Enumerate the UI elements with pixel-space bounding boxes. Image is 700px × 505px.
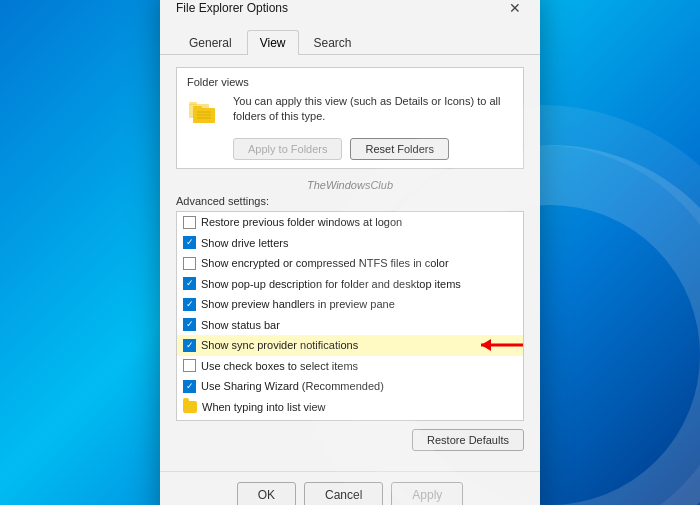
tab-view[interactable]: View [247,30,299,55]
label-use-check: Use check boxes to select items [201,358,358,375]
label-use-sharing: Use Sharing Wizard (Recommended) [201,378,384,395]
setting-use-sharing[interactable]: Use Sharing Wizard (Recommended) [177,376,523,397]
restore-defaults-row: Restore Defaults [176,429,524,451]
setting-use-check[interactable]: Use check boxes to select items [177,356,523,377]
label-show-encrypted: Show encrypted or compressed NTFS files … [201,255,449,272]
label-show-status: Show status bar [201,317,280,334]
label-show-sync: Show sync provider notifications [201,337,358,354]
checkbox-use-sharing[interactable] [183,380,196,393]
folder-views-body: You can apply this view (such as Details… [187,94,513,130]
svg-rect-1 [189,102,197,105]
restore-defaults-button[interactable]: Restore Defaults [412,429,524,451]
checkbox-show-popup[interactable] [183,277,196,290]
setting-show-drive[interactable]: Show drive letters [177,233,523,254]
close-button[interactable]: ✕ [502,0,528,21]
folder-views-buttons: Apply to Folders Reset Folders [233,138,513,160]
label-auto-search: Automatically type into the Search Box [217,419,405,421]
folder-views-description: You can apply this view (such as Details… [233,94,513,125]
red-arrow-icon [476,334,524,356]
checkbox-show-sync[interactable] [183,339,196,352]
setting-show-sync[interactable]: Show sync provider notifications [177,335,523,356]
dialog-title: File Explorer Options [176,1,288,15]
advanced-settings-label: Advanced settings: [176,195,524,207]
checkbox-show-drive[interactable] [183,236,196,249]
ok-button[interactable]: OK [237,482,296,505]
setting-show-encrypted[interactable]: Show encrypted or compressed NTFS files … [177,253,523,274]
folder-views-section: Folder views Yo [176,67,524,169]
label-when-typing: When typing into list view [202,399,326,416]
setting-when-typing: When typing into list view [177,397,523,418]
folder-icon [187,94,223,130]
tab-bar: General View Search [160,21,540,55]
dialog-content: Folder views Yo [160,55,540,471]
checkbox-show-status[interactable] [183,318,196,331]
svg-marker-8 [481,339,491,351]
setting-show-popup[interactable]: Show pop-up description for folder and d… [177,274,523,295]
svg-rect-2 [193,108,215,123]
setting-restore-prev[interactable]: Restore previous folder windows at logon [177,212,523,233]
checkbox-use-check[interactable] [183,359,196,372]
apply-button[interactable]: Apply [391,482,463,505]
folder-views-label: Folder views [187,76,513,88]
checkbox-restore-prev[interactable] [183,216,196,229]
setting-show-status[interactable]: Show status bar [177,315,523,336]
settings-list[interactable]: Restore previous folder windows at logon… [176,211,524,421]
checkbox-show-encrypted[interactable] [183,257,196,270]
setting-auto-search[interactable]: Automatically type into the Search Box [177,417,523,421]
tab-search[interactable]: Search [301,30,365,55]
watermark-text: TheWindowsClub [176,179,524,191]
label-restore-prev: Restore previous folder windows at logon [201,214,402,231]
checkbox-show-preview[interactable] [183,298,196,311]
label-show-preview: Show preview handlers in preview pane [201,296,395,313]
reset-folders-button[interactable]: Reset Folders [350,138,448,160]
apply-to-folders-button[interactable]: Apply to Folders [233,138,342,160]
label-show-drive: Show drive letters [201,235,288,252]
setting-show-preview[interactable]: Show preview handlers in preview pane [177,294,523,315]
dialog-footer: OK Cancel Apply [160,471,540,505]
cancel-button[interactable]: Cancel [304,482,383,505]
label-show-popup: Show pop-up description for folder and d… [201,276,461,293]
tab-general[interactable]: General [176,30,245,55]
file-explorer-options-dialog: File Explorer Options ✕ General View Sea… [160,0,540,505]
title-bar: File Explorer Options ✕ [160,0,540,21]
svg-rect-3 [193,106,202,109]
folder-group-icon [183,401,197,413]
